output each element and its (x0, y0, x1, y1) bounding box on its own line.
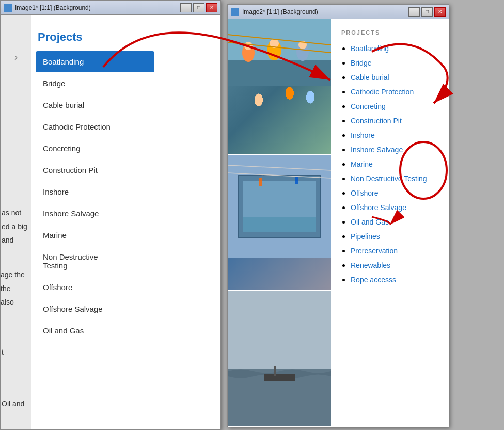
window1-titlebar[interactable]: Image1* [1:1] (Background) — □ ✕ (1, 1, 220, 15)
window2-title: Image2* [1:1] (Background) (242, 8, 408, 15)
project-link-bridge[interactable]: Bridge (351, 59, 371, 67)
svg-point-3 (244, 42, 253, 50)
svg-rect-21 (274, 366, 276, 376)
list-item: Inshore Salvage (351, 145, 438, 154)
project-link-boatlanding[interactable]: Boatlanding (351, 44, 389, 53)
project-link-marine[interactable]: Marine (351, 160, 373, 168)
list-item: Marine (351, 160, 438, 169)
edge-text: as not ed a big and (2, 206, 27, 247)
sidebar-item-marine[interactable]: Marine (36, 225, 154, 246)
sidebar-heading: Projects (36, 30, 154, 44)
list-item: Oil and Gas (351, 217, 438, 227)
list-item: Renewables (351, 261, 438, 270)
project-link-cathodic-protection[interactable]: Cathodic Protection (351, 88, 414, 96)
list-item: Pipelines (351, 232, 438, 241)
list-item: Offshore Salvage (351, 203, 438, 212)
sidebar-item-offshore-salvage[interactable]: Offshore Salvage (36, 298, 154, 320)
window1: Image1* [1:1] (Background) — □ ✕ › as no… (0, 0, 221, 430)
photo-grid (228, 19, 331, 427)
svg-rect-18 (228, 291, 331, 369)
sidebar: Projects Boatlanding Bridge Cable burial… (36, 30, 154, 342)
list-item: Offshore (351, 188, 438, 198)
projects-panel-heading: PROJECTS (341, 29, 438, 36)
window1-controls: — □ ✕ (180, 3, 217, 12)
window2-maximize-button[interactable]: □ (421, 7, 433, 17)
list-item: Boatlanding (351, 44, 438, 53)
window1-maximize-button[interactable]: □ (193, 3, 204, 12)
window2-controls: — □ ✕ (408, 7, 446, 17)
list-item: Cable burial (351, 73, 438, 82)
project-link-rope-accesss[interactable]: Rope accesss (351, 276, 396, 284)
svg-rect-20 (264, 374, 295, 381)
project-link-cable-burial[interactable]: Cable burial (351, 73, 389, 82)
project-link-pipelines[interactable]: Pipelines (351, 232, 380, 241)
project-link-inshore-salvage[interactable]: Inshore Salvage (351, 146, 403, 154)
projects-list: Boatlanding Bridge Cable burial Cathodic… (341, 44, 438, 284)
sidebar-item-inshore-salvage[interactable]: Inshore Salvage (36, 203, 154, 224)
window1-close-button[interactable]: ✕ (206, 3, 217, 12)
svg-rect-13 (243, 217, 316, 232)
sidebar-item-offshore[interactable]: Offshore (36, 277, 154, 298)
list-item: Inshore (351, 131, 438, 140)
sidebar-item-cable-burial[interactable]: Cable burial (36, 94, 154, 116)
chevron-right-icon[interactable]: › (14, 51, 18, 63)
edge-text-2: age the the also (1, 268, 25, 309)
photo-2 (228, 155, 331, 291)
svg-rect-17 (295, 177, 298, 184)
window2: Image2* [1:1] (Background) — □ ✕ (227, 4, 449, 427)
svg-rect-1 (228, 60, 331, 86)
sidebar-item-bridge[interactable]: Bridge (36, 73, 154, 94)
sidebar-item-construction-pit[interactable]: Construction Pit (36, 160, 154, 181)
window2-content: PROJECTS Boatlanding Bridge Cable burial… (228, 19, 449, 427)
project-link-oil-and-gas[interactable]: Oil and Gas (351, 218, 389, 226)
sidebar-item-oil-and-gas[interactable]: Oil and Gas (36, 320, 154, 341)
window1-title: Image1* [1:1] (Background) (15, 4, 180, 11)
sidebar-item-inshore[interactable]: Inshore (36, 181, 154, 202)
svg-rect-16 (259, 178, 262, 186)
list-item: Cathodic Protection (351, 87, 438, 97)
project-link-construction-pit[interactable]: Construction Pit (351, 117, 402, 125)
edge-text-3: t (2, 345, 4, 359)
list-item: Concreting (351, 102, 438, 111)
window2-titlebar[interactable]: Image2* [1:1] (Background) — □ ✕ (228, 5, 449, 19)
window1-icon (4, 4, 12, 12)
window2-close-button[interactable]: ✕ (434, 7, 446, 17)
photo-3 (228, 291, 331, 427)
list-item: Non Destructive Testing (351, 174, 438, 183)
list-item: Rope accesss (351, 275, 438, 284)
project-link-prereservation[interactable]: Prereservation (351, 247, 398, 255)
project-link-offshore-salvage[interactable]: Offshore Salvage (351, 203, 406, 212)
sidebar-item-non-destructive-testing[interactable]: Non DestructiveTesting (36, 246, 154, 276)
window2-minimize-button[interactable]: — (408, 7, 420, 17)
project-link-offshore[interactable]: Offshore (351, 189, 378, 197)
project-link-concreting[interactable]: Concreting (351, 102, 386, 110)
project-link-renewables[interactable]: Renewables (351, 261, 390, 269)
photo-1 (228, 19, 331, 155)
sidebar-item-concreting[interactable]: Concreting (36, 138, 154, 159)
window2-icon (231, 8, 239, 16)
window1-content: › as not ed a big and age the the also t… (1, 15, 220, 429)
window1-minimize-button[interactable]: — (180, 3, 192, 12)
sidebar-item-cathodic-protection[interactable]: Cathodic Protection (36, 116, 154, 137)
list-item: Construction Pit (351, 116, 438, 125)
list-item: Prereservation (351, 246, 438, 256)
list-item: Bridge (351, 58, 438, 68)
edge-text-4: Oil and (2, 397, 24, 411)
project-link-non-destructive-testing[interactable]: Non Destructive Testing (351, 174, 427, 183)
project-link-inshore[interactable]: Inshore (351, 131, 375, 139)
sidebar-item-boatlanding[interactable]: Boatlanding (36, 51, 154, 72)
projects-panel: PROJECTS Boatlanding Bridge Cable burial… (331, 19, 449, 427)
